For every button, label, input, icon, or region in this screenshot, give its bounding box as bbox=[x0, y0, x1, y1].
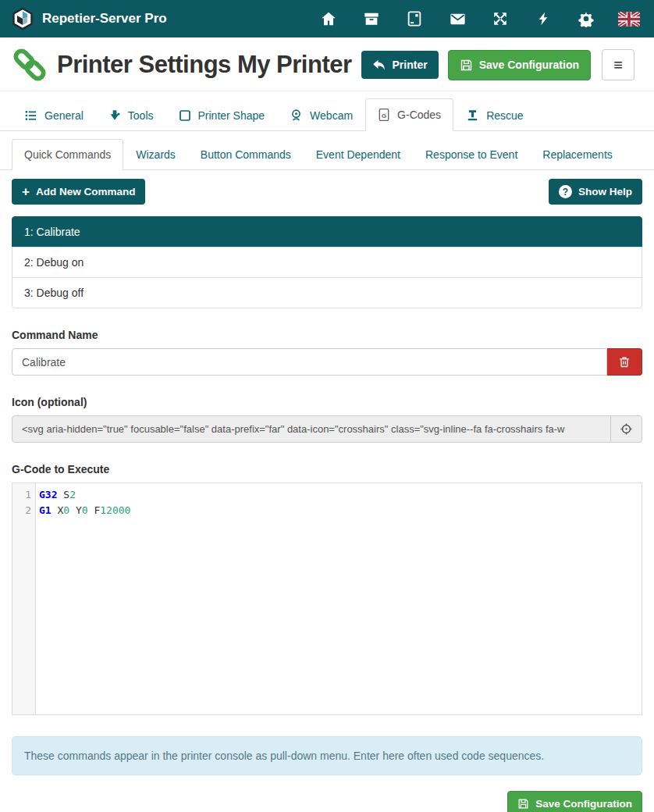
navbar-icons bbox=[319, 9, 643, 28]
print-bed-icon bbox=[406, 10, 423, 27]
add-new-command-button[interactable]: + Add New Command bbox=[12, 179, 145, 205]
settings-tabs: General Tools Printer Shape Webcam G G-C… bbox=[0, 98, 654, 131]
footer-bar: Save Configuration bbox=[12, 791, 642, 812]
reply-arrow-icon bbox=[372, 59, 386, 71]
svg-text:G: G bbox=[382, 112, 386, 119]
archive-box-icon bbox=[363, 10, 380, 27]
subtab-wizards[interactable]: Wizards bbox=[123, 139, 188, 170]
square-outline-icon bbox=[179, 109, 191, 122]
icon-preview-addon bbox=[610, 415, 642, 443]
nav-power[interactable] bbox=[534, 9, 553, 28]
nav-settings[interactable] bbox=[577, 9, 595, 28]
quick-command-list: 1: Calibrate 2: Debug on 3: Debug off bbox=[12, 216, 642, 308]
command-list-item-debug-on[interactable]: 2: Debug on bbox=[12, 247, 642, 278]
plus-icon: + bbox=[22, 185, 30, 198]
gcode-editor[interactable]: 12 G32 S2G1 X0 Y0 F12000 bbox=[12, 483, 642, 715]
expand-arrows-icon bbox=[492, 10, 509, 27]
back-to-printer-button[interactable]: Printer bbox=[361, 51, 439, 79]
uk-flag-icon bbox=[618, 12, 640, 27]
chain-link-icon bbox=[12, 47, 48, 83]
save-configuration-button-top[interactable]: Save Configuration bbox=[448, 50, 591, 80]
gear-icon bbox=[578, 10, 595, 27]
page-title: Printer Settings My Printer bbox=[57, 51, 352, 79]
repetier-logo-icon bbox=[11, 7, 34, 30]
home-icon bbox=[320, 10, 337, 27]
hamburger-icon: ≡ bbox=[613, 56, 623, 74]
page-header: Printer Settings My Printer Printer Save… bbox=[0, 37, 654, 91]
save-configuration-button-bottom[interactable]: Save Configuration bbox=[507, 791, 642, 812]
nav-printer[interactable] bbox=[405, 9, 424, 28]
gcode-file-icon: G bbox=[378, 108, 390, 122]
gcode-editor-lines: G32 S2G1 X0 Y0 F12000 bbox=[36, 483, 642, 714]
save-icon bbox=[460, 59, 473, 72]
subtab-quick-commands[interactable]: Quick Commands bbox=[12, 139, 123, 170]
nav-language[interactable] bbox=[620, 9, 638, 28]
trash-icon bbox=[618, 355, 631, 369]
subtab-response-to-event[interactable]: Response to Event bbox=[413, 139, 530, 170]
crosshairs-icon bbox=[620, 422, 633, 436]
subtab-event-dependent[interactable]: Event Dependent bbox=[304, 139, 413, 170]
envelope-icon bbox=[449, 10, 467, 28]
icon-svg-input[interactable] bbox=[12, 415, 611, 443]
icon-optional-label: Icon (optional) bbox=[12, 396, 642, 408]
tab-general[interactable]: General bbox=[12, 100, 96, 131]
show-help-button[interactable]: ? Show Help bbox=[549, 179, 642, 205]
gcode-editor-gutter: 12 bbox=[12, 483, 36, 714]
bolt-icon bbox=[535, 10, 551, 27]
webcam-icon bbox=[290, 109, 303, 122]
command-list-item-calibrate[interactable]: 1: Calibrate bbox=[12, 216, 642, 248]
tab-g-codes[interactable]: G G-Codes bbox=[365, 98, 453, 131]
top-navbar: Repetier-Server Pro bbox=[0, 0, 654, 37]
tab-rescue[interactable]: Rescue bbox=[453, 99, 535, 131]
command-list-item-debug-off[interactable]: 3: Debug off bbox=[12, 277, 642, 308]
menu-button[interactable]: ≡ bbox=[602, 49, 634, 80]
save-icon bbox=[517, 798, 529, 810]
nav-fullscreen[interactable] bbox=[491, 9, 510, 28]
subtab-button-commands[interactable]: Button Commands bbox=[188, 139, 304, 170]
command-name-input[interactable] bbox=[12, 348, 607, 376]
tab-webcam[interactable]: Webcam bbox=[277, 99, 365, 131]
gcode-to-execute-label: G-Code to Execute bbox=[12, 463, 642, 475]
delete-command-button[interactable] bbox=[607, 348, 642, 376]
tab-printer-shape[interactable]: Printer Shape bbox=[166, 100, 278, 131]
command-toolbar: + Add New Command ? Show Help bbox=[0, 179, 654, 205]
nav-messages[interactable] bbox=[448, 9, 467, 28]
brand-title: Repetier-Server Pro bbox=[42, 11, 167, 27]
subtab-replacements[interactable]: Replacements bbox=[530, 139, 625, 170]
z-probe-icon bbox=[466, 109, 479, 122]
gcode-sub-tabs: Quick Commands Wizards Button Commands E… bbox=[0, 139, 654, 170]
question-circle-icon: ? bbox=[559, 185, 572, 198]
nav-archive[interactable] bbox=[362, 9, 381, 28]
extruder-icon bbox=[108, 109, 121, 122]
info-alert: These commands appear in the printer con… bbox=[12, 736, 642, 775]
brand[interactable]: Repetier-Server Pro bbox=[11, 7, 167, 30]
list-icon bbox=[24, 109, 37, 122]
nav-home[interactable] bbox=[319, 9, 338, 28]
tab-tools[interactable]: Tools bbox=[96, 99, 166, 131]
command-name-label: Command Name bbox=[12, 329, 642, 341]
